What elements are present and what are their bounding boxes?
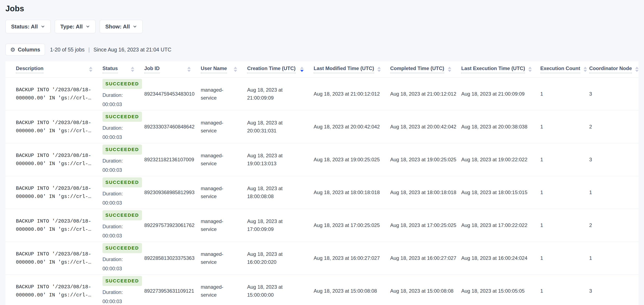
job-status-cell: SUCCEEDEDDuration:00:00:03	[102, 210, 144, 240]
duration-label: Duration:	[102, 222, 139, 231]
job-description-cell: BACKUP INTO '/2023/08/18-000000.00' IN '…	[6, 283, 102, 299]
job-description-line: 000000.00' IN 'gs://crl-…	[16, 94, 98, 102]
sort-arrows-icon	[528, 67, 532, 72]
duration-label: Duration:	[102, 255, 139, 264]
column-header-user-name[interactable]: User Name	[201, 66, 247, 73]
last-execution-time-cell: Aug 18, 2023 at 18:00:15:015	[461, 188, 540, 196]
sort-arrows-icon	[448, 67, 451, 72]
job-description-line: 000000.00' IN 'gs://crl-…	[16, 127, 98, 135]
sort-asc-icon	[528, 67, 532, 69]
sort-arrows-icon	[187, 67, 191, 72]
user-name-cell-value: managed-service	[201, 86, 228, 102]
last-execution-time-cell: Aug 18, 2023 at 21:00:09:09	[461, 90, 540, 98]
completed-time-cell: Aug 18, 2023 at 20:00:42:042	[390, 123, 461, 131]
column-header-status[interactable]: Status	[102, 66, 144, 73]
table-row[interactable]: BACKUP INTO '/2023/08/18-000000.00' IN '…	[6, 275, 638, 305]
duration-value: 00:00:03	[102, 264, 139, 273]
duration-label: Duration:	[102, 91, 139, 100]
user-name-cell-value: managed-service	[201, 184, 228, 200]
duration-value: 00:00:03	[102, 165, 139, 175]
column-header-completed-time[interactable]: Completed Time (UTC)	[390, 66, 461, 73]
filter-button-status[interactable]: Status: All	[6, 20, 50, 33]
column-header-description[interactable]: Description	[6, 66, 102, 73]
last-modified-time-cell: Aug 18, 2023 at 16:00:27:027	[314, 254, 390, 262]
creation-time-cell-value: Aug 18, 2023 at 17:00:09:09	[247, 217, 302, 233]
creation-time-cell: Aug 18, 2023 at 20:00:31:031	[247, 119, 314, 135]
columns-button[interactable]: ⚙ Columns	[6, 44, 45, 56]
sort-arrows-icon	[584, 67, 587, 72]
column-header-creation-time[interactable]: Creation Time (UTC)	[247, 66, 314, 73]
user-name-cell-value: managed-service	[201, 119, 228, 135]
sort-desc-icon	[635, 70, 638, 72]
completed-time-cell: Aug 18, 2023 at 15:00:08:08	[390, 287, 461, 295]
execution-count-cell: 1	[540, 123, 589, 131]
jobs-table: DescriptionStatusJob IDUser NameCreation…	[6, 61, 638, 305]
table-row[interactable]: BACKUP INTO '/2023/08/18-000000.00' IN '…	[6, 110, 638, 143]
column-header-execution-count[interactable]: Execution Count	[540, 66, 589, 73]
coordinator-node-cell: 3	[589, 156, 638, 164]
creation-time-cell-value: Aug 18, 2023 at 20:00:31:031	[247, 119, 302, 135]
user-name-cell: managed-service	[201, 86, 247, 102]
sort-arrows-icon	[234, 67, 237, 72]
coordinator-node-cell: 3	[589, 90, 638, 98]
sort-asc-icon	[635, 67, 638, 69]
sort-arrows-icon	[378, 67, 381, 72]
user-name-cell-value: managed-service	[201, 217, 228, 233]
column-header-last-execution-time[interactable]: Last Execution Time (UTC)	[461, 66, 540, 73]
filter-label-show: Show: All	[106, 24, 130, 30]
creation-time-cell-value: Aug 18, 2023 at 15:00:00:00	[247, 283, 302, 299]
job-description-line: BACKUP INTO '/2023/08/18-	[16, 184, 98, 192]
job-description-cell: BACKUP INTO '/2023/08/18-000000.00' IN '…	[6, 119, 102, 135]
creation-time-cell: Aug 18, 2023 at 16:00:20:020	[247, 250, 314, 266]
job-id-cell: 892309368985812993	[144, 188, 201, 196]
job-description-line: BACKUP INTO '/2023/08/18-	[16, 217, 98, 225]
sort-asc-icon	[234, 67, 237, 69]
last-modified-time-cell: Aug 18, 2023 at 15:00:08:08	[314, 287, 390, 295]
duration-value: 00:00:03	[102, 231, 139, 240]
column-header-job-id[interactable]: Job ID	[144, 66, 201, 73]
table-header-row: DescriptionStatusJob IDUser NameCreation…	[6, 61, 638, 78]
status-badge: SUCCEEDED	[102, 112, 142, 122]
filter-button-type[interactable]: Type: All	[55, 20, 96, 33]
execution-count-cell: 1	[540, 254, 589, 262]
job-description-line: BACKUP INTO '/2023/08/18-	[16, 283, 98, 291]
column-label-last-modified-time: Last Modified Time (UTC)	[314, 66, 374, 73]
job-id-cell: 892344759453483010	[144, 90, 201, 98]
job-description-cell: BACKUP INTO '/2023/08/18-000000.00' IN '…	[6, 151, 102, 168]
sort-desc-icon	[584, 70, 587, 72]
execution-count-cell: 1	[540, 221, 589, 229]
status-badge: SUCCEEDED	[102, 243, 142, 253]
job-description-line: 000000.00' IN 'gs://crl-…	[16, 192, 98, 201]
table-row[interactable]: BACKUP INTO '/2023/08/18-000000.00' IN '…	[6, 209, 638, 242]
sort-asc-icon	[448, 67, 451, 69]
status-badge: SUCCEEDED	[102, 210, 142, 220]
job-description-line: 000000.00' IN 'gs://crl-…	[16, 225, 98, 233]
columns-button-label: Columns	[18, 47, 40, 53]
table-row[interactable]: BACKUP INTO '/2023/08/18-000000.00' IN '…	[6, 176, 638, 209]
pipe-separator: |	[88, 47, 90, 53]
coordinator-node-cell: 2	[589, 221, 638, 229]
job-description-line: BACKUP INTO '/2023/08/18-	[16, 250, 98, 258]
job-status-cell: SUCCEEDEDDuration:00:00:03	[102, 276, 144, 305]
last-execution-time-cell: Aug 18, 2023 at 17:00:22:022	[461, 221, 540, 229]
creation-time-cell: Aug 18, 2023 at 21:00:09:09	[247, 86, 314, 102]
since-text: Since Aug 16, 2023 at 21:04 UTC	[94, 47, 171, 53]
last-modified-time-cell: Aug 18, 2023 at 18:00:18:018	[314, 188, 390, 196]
table-body: BACKUP INTO '/2023/08/18-000000.00' IN '…	[6, 78, 638, 305]
last-modified-time-cell: Aug 18, 2023 at 21:00:12:012	[314, 90, 390, 98]
column-header-last-modified-time[interactable]: Last Modified Time (UTC)	[314, 66, 390, 73]
filter-label-status: Status: All	[11, 24, 38, 30]
table-row[interactable]: BACKUP INTO '/2023/08/18-000000.00' IN '…	[6, 143, 638, 176]
completed-time-cell: Aug 18, 2023 at 17:00:25:025	[390, 221, 461, 229]
filter-button-show[interactable]: Show: All	[100, 20, 142, 33]
creation-time-cell: Aug 18, 2023 at 18:00:08:08	[247, 184, 314, 200]
column-label-job-id: Job ID	[144, 66, 160, 73]
sort-desc-icon	[448, 70, 451, 72]
last-execution-time-cell: Aug 18, 2023 at 15:00:05:05	[461, 287, 540, 295]
completed-time-cell: Aug 18, 2023 at 16:00:27:027	[390, 254, 461, 262]
sort-asc-icon	[300, 67, 304, 69]
creation-time-cell: Aug 18, 2023 at 17:00:09:09	[247, 217, 314, 233]
table-row[interactable]: BACKUP INTO '/2023/08/18-000000.00' IN '…	[6, 78, 638, 110]
table-row[interactable]: BACKUP INTO '/2023/08/18-000000.00' IN '…	[6, 242, 638, 275]
column-header-coordinator-node[interactable]: Coordinator Node	[589, 66, 638, 73]
